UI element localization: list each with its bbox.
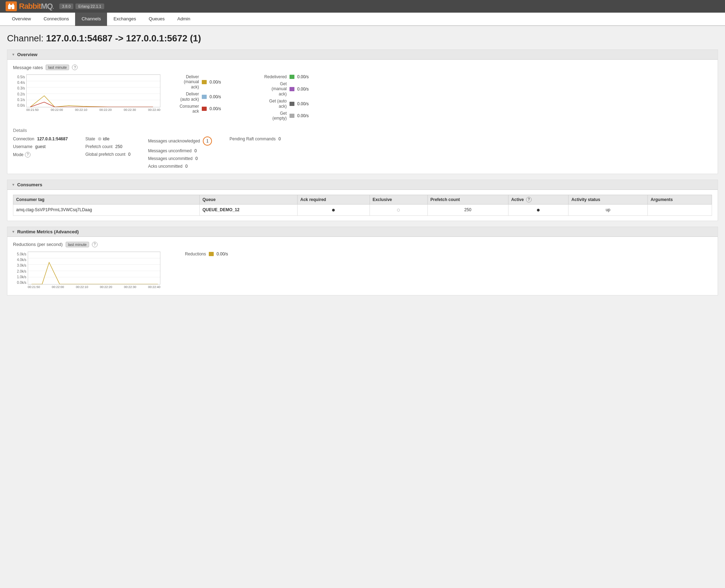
consumer-ack-color (202, 107, 207, 111)
chart-plot-area: 00:21:50 00:22:00 00:22:10 00:22:20 00:2… (26, 74, 160, 113)
username-label: Username (13, 144, 32, 149)
msgs-unconfirmed-row: Messages unconfirmed 0 (148, 148, 212, 153)
active-help-icon[interactable]: ? (526, 197, 532, 202)
prefetch-value: 250 (115, 144, 122, 149)
msgs-unconfirmed-label: Messages unconfirmed (148, 148, 192, 153)
consumers-section-header[interactable]: ▼ Consumers (7, 180, 718, 190)
rabbit-icon (7, 3, 15, 10)
state-row: State idle (85, 136, 131, 141)
active-cell: ● (508, 204, 568, 215)
active-dot: ● (537, 206, 540, 213)
table-row: amq.ctag-SsVP1PPrmL3VWCsq7LDaag QUEUE_DE… (13, 204, 712, 215)
state-label: State (85, 136, 95, 141)
col-active: Active ? (508, 195, 568, 204)
col-queue: Queue (200, 195, 298, 204)
pending-raft-label: Pending Raft commands (230, 136, 275, 141)
msgs-unack-label: Messages unacknowledged (148, 139, 200, 143)
metrics-rates-row: 5.0k/s 4.0k/s 3.0k/s 2.0k/s 1.0k/s 0.0k/… (13, 252, 712, 290)
metrics-help-icon[interactable]: ? (92, 242, 98, 247)
mode-help-icon[interactable]: ? (25, 152, 31, 158)
erlang-badge: Erlang 22.1.1 (75, 4, 104, 9)
consumers-table-body: amq.ctag-SsVP1PPrmL3VWCsq7LDaag QUEUE_DE… (13, 204, 712, 215)
acks-uncommitted-value: 0 (185, 164, 188, 169)
username-value: guest (35, 144, 45, 149)
msgs-uncommitted-row: Messages uncommitted 0 (148, 156, 212, 161)
msgs-uncommitted-value: 0 (195, 156, 198, 161)
redelivered-value: 0.00/s (297, 74, 309, 79)
chevron-icon: ▼ (12, 230, 15, 234)
connection-value: 127.0.0.1:54687 (37, 136, 68, 141)
pending-raft-value: 0 (278, 136, 281, 141)
prefetch-count-cell: 250 (427, 204, 508, 215)
get-auto-color (290, 102, 294, 106)
svg-rect-4 (8, 5, 14, 7)
deliver-manual-color (202, 80, 207, 84)
details-content: Connection 127.0.0.1:54687 Username gues… (13, 136, 712, 169)
get-manual-value: 0.00/s (297, 87, 309, 92)
connection-label: Connection (13, 136, 34, 141)
col-prefetch-count: Prefetch count (427, 195, 508, 204)
details-col3: Messages unacknowledged 1 Messages uncon… (148, 136, 212, 169)
ack-required-cell: ● (297, 204, 370, 215)
consumer-ack-value: 0.00/s (209, 106, 221, 111)
nav-connections[interactable]: Connections (37, 13, 75, 26)
get-auto-value: 0.00/s (297, 101, 309, 106)
metrics-section: ▼ Runtime Metrics (Advanced) Reductions … (7, 227, 718, 295)
help-icon[interactable]: ? (72, 65, 78, 70)
reductions-stat-label: Reductions (174, 252, 206, 256)
metrics-section-body: Reductions (per second) last minute ? 5.… (7, 237, 718, 295)
version-badge: 3.8.0 (59, 4, 73, 9)
details-col1: Connection 127.0.0.1:54687 Username gues… (13, 136, 68, 158)
activity-status-cell: up (568, 204, 648, 215)
time-filter-pill[interactable]: last minute (46, 65, 69, 70)
state-value: idle (98, 136, 109, 141)
global-prefetch-value: 0 (128, 152, 131, 157)
metrics-y-axis: 5.0k/s 4.0k/s 3.0k/s 2.0k/s 1.0k/s 0.0k/… (13, 252, 28, 290)
connection-row: Connection 127.0.0.1:54687 (13, 136, 68, 141)
metrics-section-header[interactable]: ▼ Runtime Metrics (Advanced) (7, 227, 718, 237)
get-empty-color (290, 114, 294, 118)
rates-row: 0.5/s 0.4/s 0.3/s 0.2/s 0.1/s 0.0/s (13, 74, 712, 121)
stat-get-auto: Get (autoack) 0.00/s (255, 99, 332, 109)
details-title: Details (13, 128, 712, 133)
message-rates-chart: 0.5/s 0.4/s 0.3/s 0.2/s 0.1/s 0.0/s (13, 74, 160, 113)
nav-queues[interactable]: Queues (142, 13, 171, 26)
deliver-auto-value: 0.00/s (209, 94, 221, 99)
nav-admin[interactable]: Admin (171, 13, 197, 26)
prefetch-label: Prefetch count (85, 144, 112, 149)
mode-row: Mode ? (13, 152, 68, 158)
arguments-cell (647, 204, 712, 215)
rates-header: Message rates last minute ? (13, 65, 712, 70)
col-arguments: Arguments (647, 195, 712, 204)
col-consumer-tag: Consumer tag (13, 195, 200, 204)
metrics-time-filter[interactable]: last minute (66, 242, 89, 247)
stat-deliver-auto: Deliver(auto ack) 0.00/s (167, 92, 238, 102)
global-prefetch-label: Global prefetch count (85, 152, 125, 157)
mode-label: Mode (13, 152, 24, 157)
col-activity-status: Activity status (568, 195, 648, 204)
consumers-table: Consumer tag Queue Ack required Exclusiv… (13, 195, 712, 216)
stat-redelivered: Redelivered 0.00/s (255, 74, 332, 79)
pending-raft-row: Pending Raft commands 0 (230, 136, 281, 141)
metrics-section-title: Runtime Metrics (Advanced) (17, 229, 79, 234)
col-ack-required: Ack required (297, 195, 370, 204)
page-title: Channel: 127.0.0.1:54687 -> 127.0.0.1:56… (7, 33, 718, 44)
overview-section-body: Message rates last minute ? 0.5/s 0.4/s … (7, 60, 718, 174)
consumer-tag-cell: amq.ctag-SsVP1PPrmL3VWCsq7LDaag (13, 204, 200, 215)
chevron-icon: ▼ (12, 183, 15, 187)
state-dot (98, 137, 101, 141)
nav-exchanges[interactable]: Exchanges (107, 13, 142, 26)
metrics-plot-area: 00:21:50 00:22:00 00:22:10 00:22:20 00:2… (28, 252, 160, 290)
reductions-color-box (209, 252, 214, 256)
get-manual-color (290, 87, 294, 91)
msgs-uncommitted-label: Messages uncommitted (148, 156, 193, 161)
nav-overview[interactable]: Overview (6, 13, 37, 26)
get-empty-value: 0.00/s (297, 113, 309, 118)
main-content: Channel: 127.0.0.1:54687 -> 127.0.0.1:56… (0, 26, 725, 586)
overview-section-header[interactable]: ▼ Overview (7, 50, 718, 60)
acks-uncommitted-row: Acks uncommitted 0 (148, 164, 212, 169)
details-col2: State idle Prefetch count 250 Global pre… (85, 136, 131, 157)
ack-required-dot: ● (332, 206, 335, 213)
chevron-icon: ▼ (12, 53, 15, 56)
nav-channels[interactable]: Channels (75, 13, 107, 26)
